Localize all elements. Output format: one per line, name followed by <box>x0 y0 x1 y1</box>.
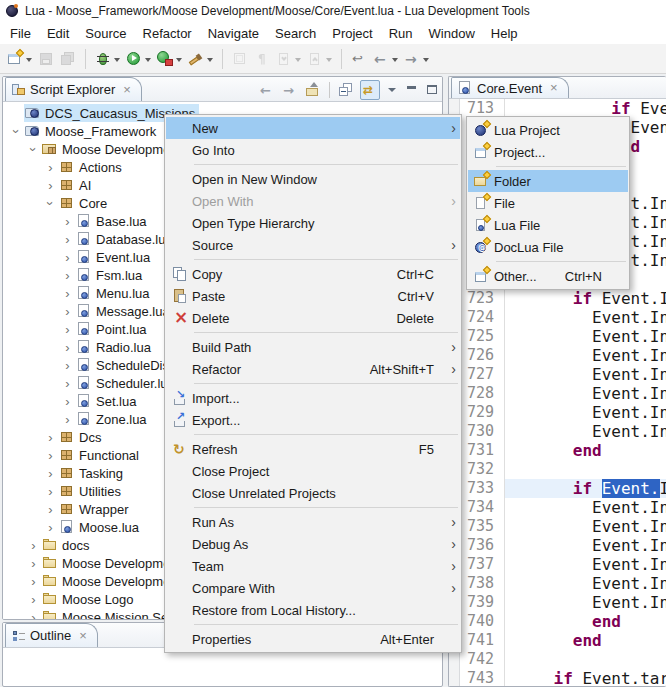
menubar-item-window[interactable]: Window <box>421 23 483 44</box>
code-line-724[interactable]: 724 Event.IniDCSUnit = Event.initiator <box>460 308 666 327</box>
menu-item-close-unrelated-projects[interactable]: Close Unrelated Projects <box>166 482 460 504</box>
chevron-icon[interactable]: › <box>60 269 75 282</box>
forward-button[interactable] <box>401 47 432 71</box>
view-forward-button[interactable] <box>281 81 299 99</box>
up-folder-button[interactable] <box>304 81 322 99</box>
run-last-button[interactable] <box>154 47 185 71</box>
format-button[interactable] <box>185 47 216 71</box>
menu-item-file[interactable]: File <box>468 192 628 214</box>
dropdown-caret[interactable] <box>207 58 213 65</box>
menu-item-lua-file[interactable]: Lua File <box>468 214 628 236</box>
chevron-icon[interactable]: › <box>44 196 57 211</box>
code-line-740[interactable]: 740 end <box>460 612 666 631</box>
menu-item-team[interactable]: Team› <box>166 555 460 577</box>
code-line-732[interactable]: 732 <box>460 460 666 479</box>
menu-item-delete[interactable]: DeleteDelete <box>166 307 460 329</box>
menu-item-refresh[interactable]: RefreshF5 <box>166 438 460 460</box>
menu-item-source[interactable]: Source› <box>166 234 460 256</box>
code-line-741[interactable]: 741 end <box>460 631 666 650</box>
chevron-icon[interactable]: › <box>43 485 58 498</box>
chevron-icon[interactable]: › <box>60 251 75 264</box>
menubar-item-edit[interactable]: Edit <box>39 23 77 44</box>
menu-item-restore-from-local-history[interactable]: Restore from Local History... <box>166 599 460 621</box>
menu-item-import[interactable]: Import... <box>166 387 460 409</box>
chevron-icon[interactable]: › <box>43 467 58 480</box>
code-line-736[interactable]: 736 Event.IniUnitName = Event.IniDCSUnit… <box>460 536 666 555</box>
chevron-icon[interactable]: › <box>43 161 58 174</box>
menu-item-refactor[interactable]: RefactorAlt+Shift+T› <box>166 358 460 380</box>
chevron-icon[interactable]: › <box>43 431 58 444</box>
code-line-723[interactable]: 723 if Event.IniObjectCategory == Object… <box>460 289 666 308</box>
menubar-item-refactor[interactable]: Refactor <box>135 23 200 44</box>
code-line-743[interactable]: 743 if Event.target then <box>460 669 666 686</box>
menu-item-go-into[interactable]: Go Into <box>166 139 460 161</box>
menu-item-lua-project[interactable]: Lua Project <box>468 119 628 141</box>
menu-item-copy[interactable]: CopyCtrl+C <box>166 263 460 285</box>
chevron-icon[interactable]: › <box>43 521 58 534</box>
new-wizard-button[interactable] <box>4 47 35 71</box>
code-line-733[interactable]: 733 if Event.IniObjectCategory == Object… <box>460 479 666 498</box>
menu-item-folder[interactable]: Folder <box>468 170 628 192</box>
chevron-icon[interactable]: › <box>43 449 58 462</box>
menubar-item-file[interactable]: File <box>2 23 39 44</box>
chevron-icon[interactable]: › <box>60 323 75 336</box>
menubar-item-help[interactable]: Help <box>483 23 526 44</box>
code-line-728[interactable]: 728 Event.IniCategory = Event.IniDCSUnit… <box>460 384 666 403</box>
tab-outline[interactable]: Outline × <box>5 623 98 647</box>
chevron-icon[interactable]: › <box>26 575 41 588</box>
menubar-item-run[interactable]: Run <box>381 23 421 44</box>
code-line-735[interactable]: 735 Event.IniDCSUnitName = Event.IniDCSU… <box>460 517 666 536</box>
menu-item-new[interactable]: New› <box>166 117 460 139</box>
code-line-742[interactable]: 742 <box>460 650 666 669</box>
code-line-731[interactable]: 731 end <box>460 441 666 460</box>
chevron-icon[interactable]: › <box>10 124 23 139</box>
menu-item-doclua-file[interactable]: DocLua File <box>468 236 628 258</box>
chevron-icon[interactable]: › <box>60 377 75 390</box>
menu-item-build-path[interactable]: Build Path› <box>166 336 460 358</box>
menu-item-compare-with[interactable]: Compare With› <box>166 577 460 599</box>
view-menu-button[interactable] <box>385 81 399 99</box>
code-line-725[interactable]: 725 Event.IniDCSUnitName = Event.IniDCSU… <box>460 327 666 346</box>
dropdown-caret[interactable] <box>392 58 398 65</box>
view-back-button[interactable] <box>258 81 276 99</box>
menu-item-run-as[interactable]: Run As› <box>166 511 460 533</box>
menu-item-close-project[interactable]: Close Project <box>166 460 460 482</box>
chevron-icon[interactable]: › <box>43 503 58 516</box>
maximize-button[interactable] <box>424 81 439 99</box>
chevron-icon[interactable]: › <box>60 233 75 246</box>
menubar-item-project[interactable]: Project <box>324 23 380 44</box>
debug-button[interactable] <box>92 47 123 71</box>
chevron-icon[interactable]: › <box>60 305 75 318</box>
close-icon[interactable]: × <box>123 85 131 95</box>
chevron-icon[interactable]: › <box>26 611 41 620</box>
code-line-730[interactable]: 730 Event.IniCoalition = Event.IniDCSUni… <box>460 422 666 441</box>
menu-item-other[interactable]: Other...Ctrl+N <box>468 265 628 287</box>
menu-item-paste[interactable]: PasteCtrl+V <box>166 285 460 307</box>
tab-core-event[interactable]: Core.Event × <box>451 77 569 98</box>
last-edit-location-button[interactable] <box>348 47 370 71</box>
chevron-icon[interactable]: › <box>26 557 41 570</box>
dropdown-caret[interactable] <box>26 58 32 65</box>
menu-item-project[interactable]: Project... <box>468 141 628 163</box>
code-line-738[interactable]: 738 Event.IniCategory = Event.IniDCSUnit… <box>460 574 666 593</box>
close-icon[interactable]: × <box>550 83 558 93</box>
menubar-item-source[interactable]: Source <box>77 23 134 44</box>
chevron-icon[interactable]: › <box>26 593 41 606</box>
link-with-editor-button[interactable] <box>360 80 380 100</box>
code-line-726[interactable]: 726 Event.IniUnitName = Event.IniDCSUnit… <box>460 346 666 365</box>
dropdown-caret[interactable] <box>114 58 120 65</box>
code-line-729[interactable]: 729 Event.IniTypeName = Event.IniDCSUnit… <box>460 403 666 422</box>
dropdown-caret[interactable] <box>423 58 429 65</box>
code-line-727[interactable]: 727 Event.IniUnit = UNIT:FindByName( Eve… <box>460 365 666 384</box>
chevron-icon[interactable]: › <box>60 215 75 228</box>
menu-item-open-type-hierarchy[interactable]: Open Type Hierarchy <box>166 212 460 234</box>
menu-item-open-in-new-window[interactable]: Open in New Window <box>166 168 460 190</box>
menu-item-export[interactable]: Export... <box>166 409 460 431</box>
run-button[interactable] <box>123 47 154 71</box>
collapse-all-button[interactable] <box>337 81 355 99</box>
dropdown-caret[interactable] <box>176 58 182 65</box>
chevron-icon[interactable]: › <box>60 287 75 300</box>
chevron-icon[interactable]: › <box>26 539 41 552</box>
menubar-item-search[interactable]: Search <box>267 23 324 44</box>
menu-item-debug-as[interactable]: Debug As› <box>166 533 460 555</box>
